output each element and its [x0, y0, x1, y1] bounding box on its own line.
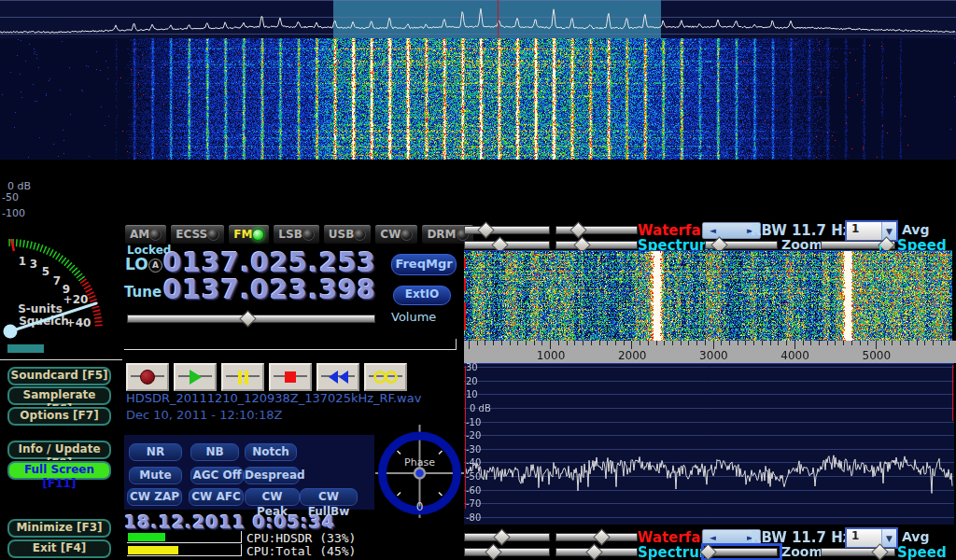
- lo-frequency-value[interactable]: 0137.025.253: [163, 250, 376, 276]
- samplerate-button[interactable]: Samplerate [F6]: [7, 386, 111, 405]
- cw-fullbw-button[interactable]: CW FullBw: [300, 488, 358, 506]
- rf-waterfall-slider-2[interactable]: [555, 226, 638, 237]
- mode-led-icon: [252, 229, 264, 241]
- af-waterfall-slider-2[interactable]: [555, 533, 638, 544]
- af-spectrum-display[interactable]: [464, 363, 954, 525]
- pause-button[interactable]: [221, 363, 264, 391]
- spin-left-arrow-icon[interactable]: ◄: [710, 533, 716, 542]
- record-button[interactable]: [126, 363, 169, 391]
- af-db-label: 20: [466, 376, 478, 386]
- mode-button-row: AMECSSFMLSBUSBCWDRM: [124, 224, 457, 245]
- squelch-level-bar[interactable]: [7, 344, 44, 353]
- cpu-hdsdr-bar: [128, 533, 165, 541]
- mode-ecss-button[interactable]: ECSS: [170, 224, 225, 245]
- af-waterfall-display[interactable]: [464, 250, 952, 341]
- mode-cw-button[interactable]: CW: [374, 224, 418, 245]
- svg-text:5: 5: [42, 265, 49, 278]
- af-db-label: -80: [466, 512, 481, 523]
- mode-label: ECSS: [176, 228, 207, 241]
- mid-panel-divider: [124, 339, 457, 350]
- svg-text:+20: +20: [63, 293, 89, 306]
- play-icon: [190, 370, 202, 385]
- mode-label: LSB: [278, 228, 302, 241]
- phase-control[interactable]: Phase 0: [375, 425, 465, 518]
- svg-text:0: 0: [416, 500, 424, 513]
- lo-auto-badge[interactable]: A: [148, 259, 162, 273]
- tune-label: Tune: [124, 284, 162, 301]
- rf-waterfall-slider-1-thumb[interactable]: [477, 221, 494, 238]
- cw-zap-button[interactable]: CW ZAP: [127, 488, 182, 506]
- minimize-button[interactable]: Minimize [F3]: [7, 519, 111, 538]
- dropdown-chevron-icon[interactable]: ▼: [881, 222, 896, 240]
- af-speed-slider[interactable]: [821, 548, 895, 559]
- af-waterfall-slider-2-thumb[interactable]: [593, 528, 610, 545]
- cw-peak-button[interactable]: CW Peak: [245, 488, 300, 506]
- mode-usb-button[interactable]: USB: [323, 224, 373, 245]
- mode-am-button[interactable]: AM: [124, 224, 167, 245]
- af-frequency-scale[interactable]: 10002000300040005000: [464, 341, 956, 363]
- play-button[interactable]: [174, 363, 217, 391]
- notch-button[interactable]: Notch: [245, 443, 297, 461]
- rf-spectrum-display[interactable]: [0, 0, 956, 38]
- mode-led-icon: [207, 229, 219, 241]
- af-scale-label: 1000: [537, 349, 566, 362]
- volume-slider-thumb[interactable]: [239, 310, 256, 327]
- extio-button[interactable]: ExtIO: [393, 286, 451, 305]
- soundcard-button[interactable]: Soundcard [F5]: [7, 367, 111, 385]
- rf-waterfall-slider-1[interactable]: [464, 226, 550, 237]
- af-db-label: -40: [466, 457, 481, 468]
- hdsdr-window: 1370001370051370101370151370201370251370…: [0, 0, 956, 560]
- svg-text:7: 7: [53, 274, 61, 287]
- rf-avg-select[interactable]: 1▼: [845, 220, 898, 242]
- mute-button[interactable]: Mute: [129, 467, 182, 484]
- dropdown-chevron-icon[interactable]: ▼: [881, 529, 896, 547]
- mode-led-icon: [149, 229, 162, 241]
- cw-afc-button[interactable]: CW AFC: [189, 488, 244, 506]
- af-scale-label: 4000: [780, 349, 809, 362]
- af-zoom-slider[interactable]: [705, 548, 778, 559]
- af-scale-label: 3000: [699, 349, 728, 362]
- info-update-button[interactable]: Info / Update [F9]: [7, 441, 111, 459]
- tune-frequency-value[interactable]: 0137.023.398: [163, 277, 376, 303]
- af-db-label: -30: [466, 444, 481, 455]
- volume-slider[interactable]: [127, 315, 375, 326]
- mode-lsb-button[interactable]: LSB: [273, 224, 319, 245]
- nr-button[interactable]: NR: [129, 443, 182, 461]
- despread-button[interactable]: Despread: [244, 467, 300, 484]
- af-waterfall-slider-1[interactable]: [464, 533, 550, 544]
- wav-timestamp: Dec 10, 2011 - 12:10:18Z: [126, 408, 282, 422]
- af-waterfall-slider-1-thumb[interactable]: [493, 528, 510, 545]
- spin-left-arrow-icon[interactable]: ◄: [710, 226, 716, 235]
- af-spectrum-slider-2[interactable]: [555, 548, 638, 559]
- mode-fm-button[interactable]: FM: [228, 224, 270, 245]
- phase-knob: [415, 469, 425, 479]
- left-panel-divider: [0, 359, 122, 360]
- af-zoom-slider-thumb[interactable]: [700, 543, 717, 560]
- freqmgr-button[interactable]: FreqMgr: [391, 254, 457, 275]
- rewind-button[interactable]: [316, 363, 359, 391]
- af-spectrum-slider-2-thumb[interactable]: [586, 543, 603, 560]
- af-spectrum-slider-1[interactable]: [464, 548, 550, 559]
- cpu-total-track: [127, 544, 242, 556]
- loop-button[interactable]: [364, 363, 407, 391]
- rewind-icon: [328, 371, 348, 384]
- rf-spectrum-100db-label: -100: [2, 207, 25, 219]
- af-db-label: -70: [466, 498, 481, 509]
- af-avg-select[interactable]: 1▼: [845, 527, 898, 549]
- options-button[interactable]: Options [F7]: [7, 407, 111, 426]
- volume-label: Volume: [391, 310, 436, 324]
- agc-off-button[interactable]: AGC Off: [190, 467, 244, 484]
- svg-text:1: 1: [19, 255, 26, 268]
- exit-button[interactable]: Exit [F4]: [7, 539, 111, 558]
- s-meter[interactable]: 1 3 5 7 9 +20 +40 S-units Squelch: [0, 222, 121, 343]
- af-avg-value: 1: [847, 529, 881, 547]
- stop-button[interactable]: [269, 363, 312, 391]
- af-spectrum-slider-1-thumb[interactable]: [485, 543, 502, 560]
- nb-button[interactable]: NB: [190, 443, 239, 461]
- af-db-label: -10: [466, 417, 481, 427]
- rf-waterfall-slider-2-thumb[interactable]: [569, 221, 586, 238]
- rf-spectrum-50db-label: -50: [2, 191, 19, 203]
- af-db-label: 10: [466, 389, 478, 399]
- full-screen-button[interactable]: Full Screen [F11]: [7, 461, 111, 480]
- svg-text:Phase: Phase: [404, 456, 435, 469]
